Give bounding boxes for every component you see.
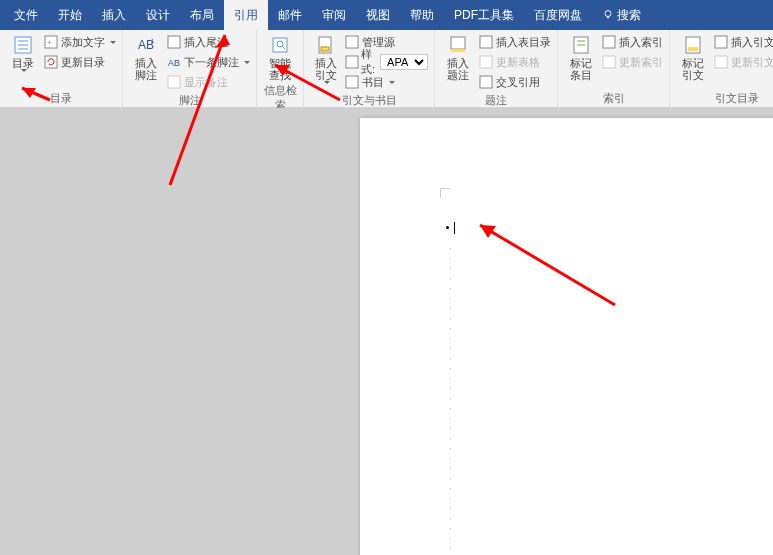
- menubar: 文件 开始 插入 设计 布局 引用 邮件 审阅 视图 帮助 PDF工具集 百度网…: [0, 0, 773, 30]
- update-authorities-button: 更新引文目录: [714, 53, 773, 71]
- show-notes-icon: [167, 75, 181, 89]
- svg-rect-33: [688, 47, 698, 51]
- group-toc-label: 目录: [6, 91, 116, 106]
- add-text-icon: +: [44, 35, 58, 49]
- menu-baidu-netdisk[interactable]: 百度网盘: [524, 0, 592, 31]
- svg-point-0: [605, 11, 611, 17]
- smart-lookup-label: 智能 查找: [266, 57, 294, 81]
- insert-caption-button[interactable]: 插入题注: [441, 33, 475, 91]
- svg-text:1: 1: [151, 38, 155, 44]
- svg-rect-18: [321, 47, 329, 51]
- insert-footnote-button[interactable]: AB1 插入脚注: [129, 33, 163, 91]
- menu-pdf-tools[interactable]: PDF工具集: [444, 0, 524, 31]
- menu-layout[interactable]: 布局: [180, 0, 224, 31]
- menu-home[interactable]: 开始: [48, 0, 92, 31]
- caption-icon: [448, 35, 468, 55]
- update-authorities-icon: [714, 55, 728, 69]
- group-authorities: 标记引文 插入引文目录 更新引文目录 引文目录: [670, 30, 773, 107]
- insert-endnote-label: 插入尾注: [184, 35, 228, 50]
- add-text-button[interactable]: + 添加文字: [44, 33, 116, 51]
- insert-authorities-label: 插入引文目录: [731, 35, 773, 50]
- menu-help[interactable]: 帮助: [400, 0, 444, 31]
- update-toc-icon: [44, 55, 58, 69]
- svg-rect-22: [451, 37, 465, 49]
- manage-sources-icon: [345, 35, 359, 49]
- insert-table-figures-button[interactable]: 插入表目录: [479, 33, 551, 51]
- svg-rect-25: [480, 56, 492, 68]
- svg-rect-24: [480, 36, 492, 48]
- update-table-label: 更新表格: [496, 55, 540, 70]
- bibliography-button[interactable]: 书目: [345, 73, 428, 91]
- insert-footnote-label: 插入脚注: [132, 57, 160, 81]
- text-bullet: [446, 226, 449, 229]
- dropdown-icon: [324, 81, 330, 84]
- toc-icon: [13, 35, 33, 55]
- update-toc-button[interactable]: 更新目录: [44, 53, 116, 71]
- group-footnotes: AB1 插入脚注 插入尾注 AB 下一条脚注 显示备注 脚注: [123, 30, 257, 107]
- show-notes-label: 显示备注: [184, 75, 228, 90]
- svg-rect-34: [715, 36, 727, 48]
- cross-reference-label: 交叉引用: [496, 75, 540, 90]
- update-toc-label: 更新目录: [61, 55, 105, 70]
- menu-file[interactable]: 文件: [4, 0, 48, 31]
- svg-rect-11: [168, 36, 180, 48]
- dropdown-icon: [244, 61, 250, 64]
- menu-review[interactable]: 审阅: [312, 0, 356, 31]
- svg-rect-26: [480, 76, 492, 88]
- svg-rect-35: [715, 56, 727, 68]
- mark-citation-label: 标记引文: [679, 57, 707, 81]
- footnote-icon: AB1: [136, 35, 156, 55]
- dropdown-icon: [21, 69, 27, 72]
- update-index-label: 更新索引: [619, 55, 663, 70]
- svg-rect-19: [346, 36, 358, 48]
- svg-rect-14: [273, 38, 287, 52]
- insert-index-label: 插入索引: [619, 35, 663, 50]
- group-authorities-label: 引文目录: [676, 91, 773, 106]
- group-index: 标记 条目 插入索引 更新索引 索引: [558, 30, 670, 107]
- menu-search[interactable]: 搜索: [592, 0, 651, 31]
- group-captions: 插入题注 插入表目录 更新表格 交叉引用 题注: [435, 30, 558, 107]
- show-notes-button: 显示备注: [167, 73, 250, 91]
- insert-citation-icon: [316, 35, 336, 55]
- group-citations: 插入引文 管理源 样式: APA 书目 引文与书目: [304, 30, 435, 107]
- cross-reference-button[interactable]: 交叉引用: [479, 73, 551, 91]
- mark-entry-icon: [571, 35, 591, 55]
- insert-citation-button[interactable]: 插入引文: [310, 33, 341, 91]
- lightbulb-icon: [602, 9, 614, 21]
- cross-reference-icon: [479, 75, 493, 89]
- menu-insert[interactable]: 插入: [92, 0, 136, 31]
- endnote-icon: [167, 35, 181, 49]
- insert-index-button[interactable]: 插入索引: [602, 33, 663, 51]
- search-label: 搜索: [617, 7, 641, 24]
- next-footnote-label: 下一条脚注: [184, 55, 239, 70]
- menu-design[interactable]: 设计: [136, 0, 180, 31]
- mark-entry-button[interactable]: 标记 条目: [564, 33, 598, 89]
- insert-endnote-button[interactable]: 插入尾注: [167, 33, 250, 51]
- insert-authorities-icon: [714, 35, 728, 49]
- manage-sources-button[interactable]: 管理源: [345, 33, 428, 51]
- svg-rect-13: [168, 76, 180, 88]
- svg-rect-31: [603, 56, 615, 68]
- update-index-button: 更新索引: [602, 53, 663, 71]
- citation-style-select[interactable]: APA: [380, 54, 428, 70]
- group-toc: 目录 + 添加文字 更新目录 目录: [0, 30, 123, 107]
- group-footnotes-label: 脚注: [129, 93, 250, 108]
- next-footnote-icon: AB: [167, 55, 181, 69]
- group-index-label: 索引: [564, 91, 663, 106]
- table-figures-icon: [479, 35, 493, 49]
- page-guide-dots: [450, 248, 451, 555]
- menu-view[interactable]: 视图: [356, 0, 400, 31]
- menu-mailings[interactable]: 邮件: [268, 0, 312, 31]
- document-page[interactable]: [360, 118, 773, 555]
- insert-authorities-button[interactable]: 插入引文目录: [714, 33, 773, 51]
- toc-button[interactable]: 目录: [6, 33, 40, 89]
- smart-lookup-button[interactable]: 智能 查找: [263, 33, 297, 81]
- svg-rect-1: [607, 17, 609, 19]
- svg-rect-8: [45, 56, 57, 68]
- document-workspace: [0, 108, 773, 555]
- menu-references[interactable]: 引用: [224, 0, 268, 31]
- mark-citation-button[interactable]: 标记引文: [676, 33, 710, 89]
- next-footnote-button[interactable]: AB 下一条脚注: [167, 53, 250, 71]
- toc-label: 目录: [12, 57, 34, 69]
- group-captions-label: 题注: [441, 93, 551, 108]
